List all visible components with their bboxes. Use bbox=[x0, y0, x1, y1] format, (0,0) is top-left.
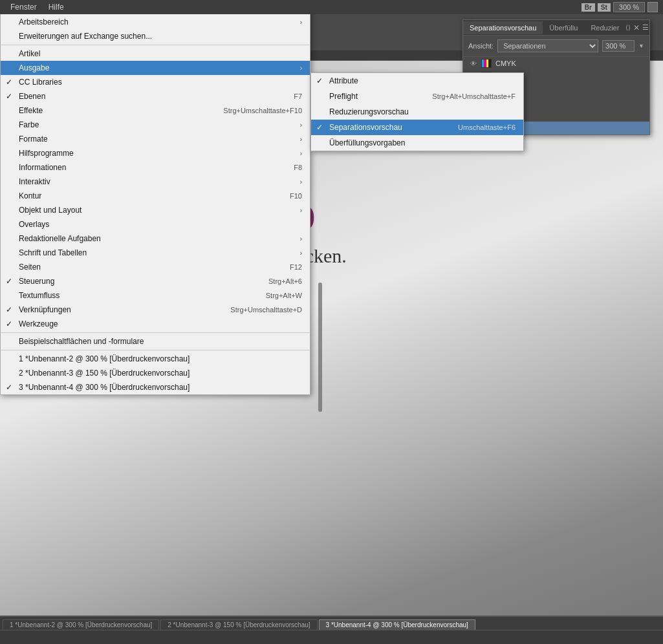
menu-textumfluss[interactable]: Textumfluss Strg+Alt+W bbox=[1, 288, 310, 303]
menu-bar: Fenster Hilfe Br St 300 % bbox=[0, 0, 663, 14]
menu-seiten[interactable]: Seiten F12 bbox=[1, 260, 310, 274]
dropdown-overlay: Anordnen › Arbeitsbereich › Erweiterunge… bbox=[0, 0, 663, 644]
menu-hilfsprogramme[interactable]: Hilfsprogramme › bbox=[1, 146, 310, 160]
check-verk: ✓ bbox=[6, 305, 12, 314]
submenu-preflight[interactable]: Preflight Strg+Alt+Umschalttaste+F bbox=[311, 89, 523, 104]
menu-informationen[interactable]: Informationen F8 bbox=[1, 160, 310, 175]
arrow-farbe: › bbox=[300, 122, 302, 129]
menu-ebenen[interactable]: ✓ Ebenen F7 bbox=[1, 89, 310, 103]
menu-schrift[interactable]: Schrift und Tabellen › bbox=[1, 246, 310, 260]
arrow-interaktiv: › bbox=[300, 178, 302, 186]
menu-interaktiv[interactable]: Interaktiv › bbox=[1, 175, 310, 189]
submenu-separationsvorschau[interactable]: ✓ Separationsvorschau Umschalttaste+F6 bbox=[311, 120, 523, 135]
menu-hilfe[interactable]: Hilfe bbox=[43, 1, 69, 13]
submenu-attribute[interactable]: ✓ Attribute bbox=[311, 73, 523, 89]
check-werk: ✓ bbox=[6, 319, 12, 328]
menu-formate[interactable]: Formate › bbox=[1, 132, 310, 146]
menu-objekt[interactable]: Objekt und Layout › bbox=[1, 203, 310, 217]
submenu-ueberfuellung[interactable]: Überfüllungsvorgaben bbox=[311, 135, 523, 151]
menu-verknuepfungen[interactable]: ✓ Verknüpfungen Strg+Umschalttaste+D bbox=[1, 303, 310, 317]
zoom-widget[interactable] bbox=[647, 2, 658, 12]
br-icon[interactable]: Br bbox=[581, 3, 595, 12]
arrow-formate: › bbox=[300, 136, 302, 143]
menu-effekte[interactable]: Effekte Strg+Umschalttaste+F10 bbox=[1, 103, 310, 118]
arrow-hilfs: › bbox=[300, 150, 302, 157]
menu-artikel[interactable]: Artikel bbox=[1, 47, 310, 61]
menu-redaktionell[interactable]: Redaktionelle Aufgaben › bbox=[1, 231, 310, 246]
check-win3: ✓ bbox=[6, 383, 12, 392]
menu-win-1[interactable]: 1 *Unbenannt-2 @ 300 % [Überdruckenvorsc… bbox=[1, 352, 310, 366]
arrow-schrift: › bbox=[300, 250, 302, 257]
arrow-red: › bbox=[300, 235, 302, 242]
check-ebenen: ✓ bbox=[6, 92, 12, 101]
menu-fenster[interactable]: Fenster bbox=[5, 1, 42, 13]
submenu-reduzierung[interactable]: Reduzierungsvorschau bbox=[311, 104, 523, 120]
check-steuerung: ✓ bbox=[6, 277, 12, 286]
sep-2 bbox=[1, 332, 310, 333]
menu-win-2[interactable]: 2 *Unbenannt-3 @ 150 % [Überdruckenvorsc… bbox=[1, 366, 310, 380]
menu-steuerung[interactable]: ✓ Steuerung Strg+Alt+6 bbox=[1, 274, 310, 288]
check-cc: ✓ bbox=[6, 78, 12, 87]
check-attr: ✓ bbox=[316, 76, 323, 85]
menu-ausgabe[interactable]: Ausgabe › bbox=[1, 61, 310, 75]
menu-werkzeuge[interactable]: ✓ Werkzeuge bbox=[1, 317, 310, 331]
menu-overlays[interactable]: Overlays bbox=[1, 217, 310, 231]
sep-1 bbox=[1, 45, 310, 45]
menu-kontur[interactable]: Kontur F10 bbox=[1, 189, 310, 203]
sep-3 bbox=[1, 350, 310, 350]
arrow-ausgabe: › bbox=[300, 65, 302, 72]
menu-farbe[interactable]: Farbe › bbox=[1, 118, 310, 132]
st-icon[interactable]: St bbox=[598, 3, 611, 12]
arrow-arbeitsbereich: › bbox=[300, 19, 302, 26]
menu-win-3[interactable]: ✓ 3 *Unbenannt-4 @ 300 % [Überdruckenvor… bbox=[1, 380, 310, 394]
main-menu: Anordnen › Arbeitsbereich › Erweiterunge… bbox=[0, 0, 310, 395]
menu-beispiel[interactable]: Beispielschaltflächen und -formulare bbox=[1, 334, 310, 349]
check-sep: ✓ bbox=[316, 123, 323, 132]
submenu-ausgabe: ✓ Attribute Preflight Strg+Alt+Umschaltt… bbox=[310, 72, 524, 151]
zoom-display: 300 % bbox=[613, 2, 645, 12]
menu-arbeitsbereich[interactable]: Arbeitsbereich › bbox=[1, 15, 310, 29]
menu-cc-libraries[interactable]: ✓ CC Libraries bbox=[1, 75, 310, 89]
arrow-objekt: › bbox=[300, 207, 302, 214]
menu-erweiterungen[interactable]: Erweiterungen auf Exchange suchen... bbox=[1, 29, 310, 43]
